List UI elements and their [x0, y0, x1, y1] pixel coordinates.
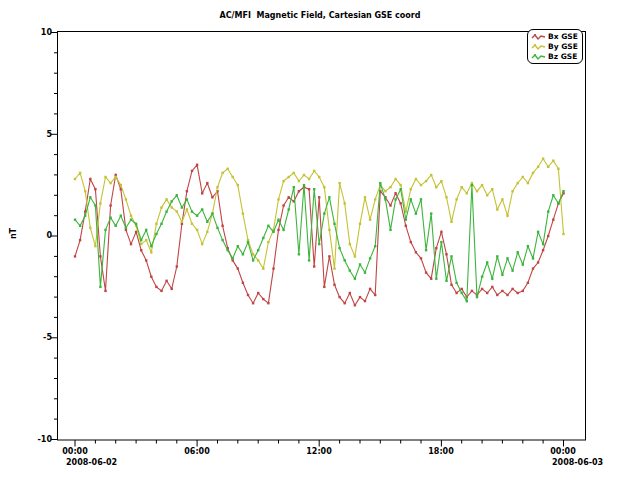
legend-entry-bz: Bz GSE — [531, 52, 582, 62]
legend-entry-by: By GSE — [531, 42, 582, 52]
x-axis-date-start: 2008-06-02 — [66, 458, 117, 467]
legend-label: Bz GSE — [548, 52, 577, 62]
x-tick-label: 12:00 — [299, 447, 339, 456]
by-line-sample-icon — [531, 43, 546, 51]
legend-box: Bx GSE By GSE Bz GSE — [527, 29, 583, 64]
legend-label: By GSE — [548, 42, 578, 52]
x-tick-label: 06:00 — [177, 447, 217, 456]
bx-line-sample-icon — [531, 33, 546, 41]
x-tick-label: 00:00 — [543, 447, 583, 456]
legend-label: Bx GSE — [548, 32, 578, 42]
legend-entry-bx: Bx GSE — [531, 32, 582, 42]
x-axis-date-end: 2008-06-03 — [552, 458, 603, 467]
plot-window: AC/MFI Magnetic Field, Cartesian GSE coo… — [0, 0, 640, 480]
x-tick-label: 18:00 — [421, 447, 461, 456]
plot-svg — [0, 0, 640, 480]
bz-line-sample-icon — [531, 53, 546, 61]
x-tick-label: 00:00 — [55, 447, 95, 456]
